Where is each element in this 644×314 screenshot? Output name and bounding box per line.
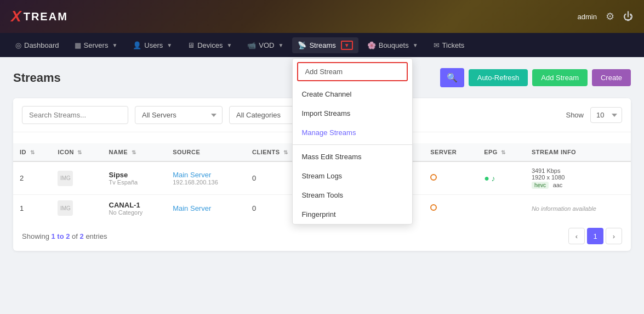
nav-vod-label: VOD (259, 41, 274, 49)
search-button[interactable]: 🔍 (440, 68, 464, 87)
logo-text: TREAM (24, 10, 68, 23)
logo: X TREAM (11, 8, 68, 25)
nav-users-label: Users (144, 41, 163, 49)
sidebar-item-servers[interactable]: ▦ Servers ▼ (68, 37, 124, 54)
import-streams-label: Import Streams (301, 109, 350, 117)
no-info-text: No information available (532, 205, 596, 212)
dropdown-fingerprint[interactable]: Fingerprint (293, 205, 412, 224)
streams-nav-wrapper: 📡 Streams ▼ Add Stream Create Channel Im… (292, 37, 358, 53)
col-epg: EPG ⇅ (477, 143, 525, 161)
dropdown-mass-edit[interactable]: Mass Edit Streams (293, 147, 412, 166)
cell-epg (477, 195, 525, 222)
nav-devices-label: Devices (197, 41, 223, 49)
status-dot (430, 174, 437, 181)
col-source: SOURCE (166, 143, 246, 161)
nav-tickets-label: Tickets (442, 41, 465, 49)
cell-icon: IMG (51, 161, 102, 195)
bouquets-icon: 🌸 (367, 41, 376, 49)
cell-stream-info: No information available (525, 195, 631, 222)
cell-icon: IMG (51, 195, 102, 222)
mass-edit-label: Mass Edit Streams (301, 153, 361, 161)
dropdown-stream-tools[interactable]: Stream Tools (293, 186, 412, 205)
main-nav: ◎ Dashboard ▦ Servers ▼ 👤 Users ▼ 🖥 Devi… (0, 33, 644, 57)
power-icon[interactable]: ⏻ (623, 11, 633, 23)
cell-stream-info: 3491 Kbps 1920 x 1080 hevc aac (525, 161, 631, 195)
dropdown-create-channel[interactable]: Create Channel (293, 85, 412, 104)
codec-badge: hevc (532, 182, 549, 189)
cell-name: CANAL-1 No Category (102, 195, 167, 222)
search-input[interactable] (22, 106, 128, 124)
dropdown-manage-streams[interactable]: Manage Streams (293, 123, 412, 142)
chevron-down-icon: ▼ (278, 42, 284, 48)
sidebar-item-users[interactable]: 👤 Users ▼ (126, 37, 179, 54)
cell-source: Main Server 192.168.200.136 (166, 161, 246, 195)
cell-source: Main Server (166, 195, 246, 222)
cell-id: 1 (13, 195, 51, 222)
pagination-info: Showing 1 to 2 of 2 entries (22, 232, 107, 240)
sidebar-item-dashboard[interactable]: ◎ Dashboard (9, 37, 66, 54)
sidebar-item-tickets[interactable]: ✉ Tickets (427, 37, 471, 54)
logo-x: X (11, 8, 21, 25)
chevron-down-icon: ▼ (167, 42, 172, 48)
gear-icon[interactable]: ⚙ (606, 10, 614, 23)
add-stream-label: Add Stream (305, 68, 343, 76)
pagination-range: 1 to 2 (51, 232, 70, 240)
create-button[interactable]: Create (592, 69, 631, 86)
topbar-right: admin ⚙ ⏻ (578, 10, 633, 23)
servers-icon: ▦ (75, 41, 81, 49)
col-stream-info: STREAM INFO (525, 143, 631, 161)
cell-id: 2 (13, 161, 51, 195)
page-title: Streams (13, 71, 61, 85)
admin-label: admin (578, 13, 597, 21)
col-server: SERVER (424, 143, 477, 161)
epg-indicator: ● (484, 173, 489, 183)
header-actions: 🔍 Auto-Refresh Add Stream Create (440, 68, 631, 87)
fingerprint-label: Fingerprint (301, 210, 335, 218)
cell-server-status (424, 195, 477, 222)
pagination-prev[interactable]: ‹ (568, 228, 585, 244)
devices-icon: 🖥 (187, 41, 195, 49)
sidebar-item-devices[interactable]: 🖥 Devices ▼ (181, 37, 238, 54)
show-count-select[interactable]: 10 25 50 100 (590, 107, 622, 123)
stream-tools-label: Stream Tools (301, 191, 343, 199)
cell-epg: ● ♪ (477, 161, 525, 195)
cell-name: Sipse Tv España (102, 161, 167, 195)
tickets-icon: ✉ (434, 41, 440, 49)
pagination-page-1[interactable]: 1 (587, 228, 603, 244)
show-label: Show (566, 111, 584, 119)
pagination-row: Showing 1 to 2 of 2 entries ‹ 1 › (13, 221, 631, 251)
server-filter[interactable]: All Servers (135, 106, 223, 124)
col-id: ID ⇅ (13, 143, 51, 161)
streams-nav-icon: 📡 (298, 41, 306, 49)
nav-streams-label: Streams (309, 41, 335, 49)
pagination-total: 2 (80, 232, 84, 240)
auto-refresh-button[interactable]: Auto-Refresh (469, 69, 528, 86)
nav-servers-label: Servers (84, 41, 109, 49)
vod-icon: 📹 (247, 41, 256, 49)
dropdown-import-streams[interactable]: Import Streams (293, 104, 412, 123)
chevron-down-icon: ▼ (413, 42, 418, 48)
status-dot (430, 204, 437, 211)
create-channel-label: Create Channel (301, 90, 351, 98)
dropdown-stream-logs[interactable]: Stream Logs (293, 166, 412, 186)
chevron-down-icon: ▼ (112, 42, 117, 48)
manage-streams-label: Manage Streams (301, 128, 356, 137)
sound-indicator: ♪ (491, 174, 495, 183)
pagination-next[interactable]: › (606, 228, 622, 244)
col-name: NAME ⇅ (102, 143, 167, 161)
add-stream-button[interactable]: Add Stream (532, 69, 588, 86)
sidebar-item-bouquets[interactable]: 🌸 Bouquets ▼ (361, 37, 425, 54)
topbar: X TREAM admin ⚙ ⏻ (0, 0, 644, 33)
pagination-controls: ‹ 1 › (568, 228, 622, 244)
col-icon: ICON ⇅ (51, 143, 102, 161)
streams-dropdown-arrow[interactable]: ▼ (341, 41, 353, 50)
stream-logs-label: Stream Logs (301, 172, 342, 180)
audio-codec: aac (553, 182, 563, 188)
dropdown-add-stream[interactable]: Add Stream (297, 62, 408, 81)
streams-dropdown-menu: Add Stream Create Channel Import Streams… (292, 58, 413, 225)
sidebar-item-streams[interactable]: 📡 Streams ▼ (292, 37, 358, 53)
dropdown-divider (293, 144, 412, 145)
users-icon: 👤 (133, 41, 141, 49)
sidebar-item-vod[interactable]: 📹 VOD ▼ (241, 37, 290, 54)
nav-dashboard-label: Dashboard (24, 41, 59, 49)
